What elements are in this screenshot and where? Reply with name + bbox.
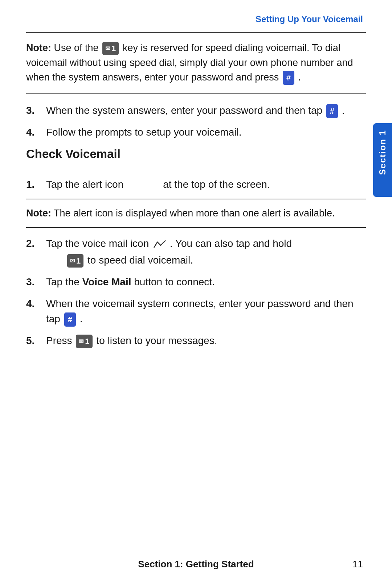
footer-section-label: Section 1: Getting Started xyxy=(138,559,254,570)
step-number-3p: 3. xyxy=(26,103,46,118)
voicemail-signal-icon xyxy=(153,239,166,249)
step-number-4c: 4. xyxy=(26,296,46,311)
top-note-text1: Use of the xyxy=(54,42,102,53)
step-number-3c: 3. xyxy=(26,274,46,290)
hash-key-top: # xyxy=(283,71,294,85)
key-number: 1 xyxy=(111,42,116,54)
page-header: Setting Up Your Voicemail xyxy=(0,0,392,32)
section-tab: Section 1 xyxy=(373,123,392,197)
footer-page-number: 11 xyxy=(352,559,363,570)
key-icon-5: ✉ xyxy=(79,337,83,346)
key-icon-2: ✉ xyxy=(70,257,75,265)
step-content-3c: Tap the Voice Mail button to connect. xyxy=(46,274,366,290)
step-content-5c: Press ✉ 1 to listen to your messages. xyxy=(46,333,366,348)
step-number-2c: 2. xyxy=(26,236,46,251)
step-number-4p: 4. xyxy=(26,125,46,140)
section-tab-text: Section 1 xyxy=(377,130,388,175)
step-content-2c: Tap the voice mail icon . You can also t… xyxy=(46,236,366,268)
step-5-check: 5. Press ✉ 1 to listen to your messages. xyxy=(26,333,366,348)
top-note-label: Note: xyxy=(26,42,51,53)
key-voicemail-step2: ✉ 1 xyxy=(67,254,83,268)
step-content-4c: When the voicemail system connects, ente… xyxy=(46,296,366,327)
top-note-box: Note: Use of the ✉ 1 key is reserved for… xyxy=(26,32,366,94)
step-content-1c: Tap the alert icon at the top of the scr… xyxy=(46,177,366,192)
step-number-1c: 1. xyxy=(26,177,46,192)
key-voicemail-step5: ✉ 1 xyxy=(76,335,92,348)
voice-mail-bold: Voice Mail xyxy=(82,276,131,287)
step-4-check: 4. When the voicemail system connects, e… xyxy=(26,296,366,327)
key-number-5: 1 xyxy=(85,335,89,347)
page-footer: Section 1: Getting Started 11 xyxy=(0,559,392,570)
check-voicemail-steps-2-5: 2. Tap the voice mail icon . You can als… xyxy=(26,228,366,348)
inline-note-text: The alert icon is displayed when more th… xyxy=(54,208,335,219)
step-4-prior: 4. Follow the prompts to setup your voic… xyxy=(26,125,366,140)
inline-note-label: Note: xyxy=(26,208,51,219)
step-content-4p: Follow the prompts to setup your voicema… xyxy=(46,125,366,140)
page-header-title: Setting Up Your Voicemail xyxy=(256,14,363,24)
step-3-check: 3. Tap the Voice Mail button to connect. xyxy=(26,274,366,290)
key-icon: ✉ xyxy=(105,44,110,53)
step-2-indent: ✉ 1 to speed dial voicemail. xyxy=(66,253,366,268)
step-number-5c: 5. xyxy=(26,333,46,348)
key-voicemail-speed: ✉ 1 xyxy=(102,42,119,55)
step-2-check: 2. Tap the voice mail icon . You can als… xyxy=(26,236,366,268)
check-voicemail-heading: Check Voicemail xyxy=(26,147,366,161)
step-1-check: 1. Tap the alert icon at the top of the … xyxy=(26,177,366,192)
prior-steps-section: 3. When the system answers, enter your p… xyxy=(26,94,366,140)
key-number-2: 1 xyxy=(76,255,81,267)
check-voicemail-steps: 1. Tap the alert icon at the top of the … xyxy=(26,167,366,192)
hash-key-step3: # xyxy=(326,104,338,118)
step-content-3p: When the system answers, enter your pass… xyxy=(46,103,366,118)
inline-note-box: Note: The alert icon is displayed when m… xyxy=(26,199,366,228)
top-note-end: . xyxy=(298,72,301,83)
hash-key-step4c: # xyxy=(64,312,76,327)
step-3-prior: 3. When the system answers, enter your p… xyxy=(26,103,366,118)
